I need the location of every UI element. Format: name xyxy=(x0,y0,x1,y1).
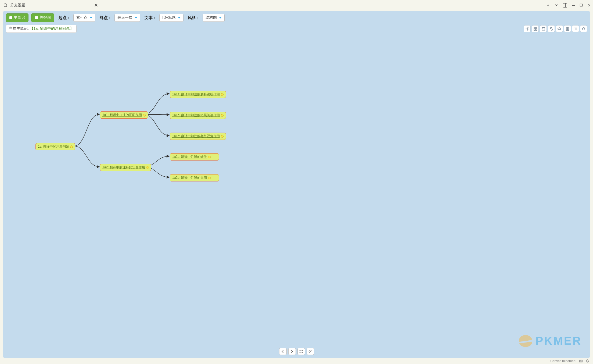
caret-icon xyxy=(219,17,222,19)
canvas-controls xyxy=(279,348,314,355)
current-note-label: 当前主笔记: xyxy=(9,26,30,31)
node-label: 1a1c: 翻译中加注的额外视角作用 xyxy=(172,134,220,139)
mindmap-canvas[interactable]: 1a: 翻译中的注释问题 1a1: 翻译中加注的正面作用 1a2: 翻译中的注释… xyxy=(3,37,590,358)
new-tab-button[interactable]: ＋ xyxy=(546,3,550,8)
status-label: Canvas mindmap: xyxy=(550,359,576,363)
close-window-button[interactable]: ✕ xyxy=(588,3,591,8)
node-label: 1a2: 翻译中的注释的负面作用 xyxy=(102,165,145,170)
svg-rect-6 xyxy=(534,29,535,30)
main-panel: 主笔记 关键词 起点： 索引点 终点： 最后一层 文本： ID+标题 风格： 结… xyxy=(3,11,590,358)
tab-title: 分支视图 xyxy=(10,3,25,8)
arrow-right-icon xyxy=(290,350,294,354)
main-note-button[interactable]: 主笔记 xyxy=(6,13,28,22)
titlebar: 分支视图 ✕ ＋ ─ ✕ xyxy=(0,0,593,11)
table-icon xyxy=(566,27,570,31)
node-dot-icon xyxy=(221,93,224,96)
node-dot-icon xyxy=(146,166,149,169)
node-label: 1a2b: 翻译中注释的滥用 xyxy=(172,176,207,180)
note-icon xyxy=(9,16,12,19)
current-note-box: 当前主笔记: 【1a: 翻译中的注释问题】 xyxy=(6,25,77,33)
bell-icon[interactable] xyxy=(585,359,589,363)
text-label: 文本： xyxy=(145,15,157,20)
main-note-label: 主笔记 xyxy=(14,15,25,20)
list-icon xyxy=(574,27,578,31)
end-dropdown[interactable]: 最后一层 xyxy=(114,14,140,22)
cloud-icon xyxy=(558,27,562,31)
square-button[interactable] xyxy=(540,25,547,32)
keyword-label: 关键词 xyxy=(39,15,51,20)
fullscreen-button[interactable] xyxy=(297,348,305,355)
svg-point-3 xyxy=(527,28,528,29)
gear-icon xyxy=(525,27,529,31)
table-button[interactable] xyxy=(564,25,571,32)
node-1a2[interactable]: 1a2: 翻译中的注释的负面作用 xyxy=(100,164,151,171)
svg-rect-4 xyxy=(534,27,535,28)
keyword-button[interactable]: 关键词 xyxy=(31,13,54,22)
cloud-button[interactable] xyxy=(556,25,563,32)
link-icon xyxy=(549,27,554,31)
node-root[interactable]: 1a: 翻译中的注释问题 xyxy=(35,143,75,150)
svg-rect-5 xyxy=(536,27,537,28)
refresh-icon xyxy=(582,27,586,31)
magic-button[interactable] xyxy=(307,348,314,355)
node-1a2b[interactable]: 1a2b: 翻译中注释的滥用 xyxy=(170,174,219,181)
watermark-logo-icon xyxy=(519,335,532,347)
nav-back-button[interactable] xyxy=(279,348,287,355)
style-label: 风格： xyxy=(188,15,200,20)
node-1a2a[interactable]: 1a2a: 翻译中注释的缺失 xyxy=(170,153,219,161)
edges-layer xyxy=(3,37,590,358)
arrow-left-icon xyxy=(281,350,285,354)
link-button[interactable] xyxy=(548,25,555,32)
expand-icon xyxy=(299,350,303,354)
settings-button[interactable] xyxy=(524,25,531,32)
caret-icon xyxy=(178,17,181,19)
node-dot-icon xyxy=(221,135,224,138)
toolbar-secondary: 当前主笔记: 【1a: 翻译中的注释问题】 xyxy=(3,24,590,35)
svg-rect-7 xyxy=(536,29,537,30)
node-dot-icon xyxy=(208,177,211,179)
node-1a1[interactable]: 1a1: 翻译中加注的正面作用 xyxy=(100,111,148,119)
svg-rect-18 xyxy=(581,360,582,361)
node-label: 1a1: 翻译中加注的正面作用 xyxy=(102,113,142,117)
wand-icon xyxy=(308,350,312,354)
layout-icon[interactable] xyxy=(579,359,583,363)
window-controls: ＋ ─ ✕ xyxy=(546,3,591,8)
maximize-button[interactable] xyxy=(580,3,583,8)
end-label: 终点： xyxy=(100,15,112,20)
svg-point-9 xyxy=(542,28,543,28)
node-label: 1a2a: 翻译中注释的缺失 xyxy=(172,155,207,159)
current-note-link[interactable]: 【1a: 翻译中的注释问题】 xyxy=(30,26,74,31)
text-value: ID+标题 xyxy=(162,15,176,20)
minimize-button[interactable]: ─ xyxy=(572,3,575,8)
node-1a1a[interactable]: 1a1a: 翻译中加注的解释说明作用 xyxy=(170,91,226,98)
chevron-down-icon[interactable] xyxy=(555,3,558,8)
start-label: 起点： xyxy=(59,15,71,20)
text-dropdown[interactable]: ID+标题 xyxy=(159,14,184,22)
end-value: 最后一层 xyxy=(117,15,132,20)
panel-icon[interactable] xyxy=(563,3,567,8)
svg-rect-17 xyxy=(580,360,581,361)
svg-point-1 xyxy=(6,5,6,5)
nav-forward-button[interactable] xyxy=(288,348,296,355)
app-icon xyxy=(3,3,8,8)
refresh-button[interactable] xyxy=(580,25,587,32)
node-dot-icon xyxy=(221,114,224,117)
node-1a1c[interactable]: 1a1c: 翻译中加注的额外视角作用 xyxy=(170,133,226,140)
grid-icon xyxy=(533,27,537,31)
close-tab-button[interactable]: ✕ xyxy=(94,2,98,8)
node-label: 1a1b: 翻译中加注的拓展阅读作用 xyxy=(172,113,220,118)
toolbar-primary: 主笔记 关键词 起点： 索引点 终点： 最后一层 文本： ID+标题 风格： 结… xyxy=(3,11,590,24)
style-dropdown[interactable]: 结构图 xyxy=(203,14,225,22)
style-value: 结构图 xyxy=(206,15,217,20)
square-icon xyxy=(541,27,545,31)
grid-button[interactable] xyxy=(532,25,539,32)
list-button[interactable] xyxy=(572,25,579,32)
icon-toolbar xyxy=(524,25,587,32)
svg-rect-19 xyxy=(580,361,583,362)
node-dot-icon xyxy=(143,114,146,117)
start-dropdown[interactable]: 索引点 xyxy=(73,14,95,22)
node-1a1b[interactable]: 1a1b: 翻译中加注的拓展阅读作用 xyxy=(170,112,226,119)
node-dot-icon xyxy=(70,145,73,148)
node-label: 1a1a: 翻译中加注的解释说明作用 xyxy=(172,92,220,97)
caret-icon xyxy=(90,17,92,19)
